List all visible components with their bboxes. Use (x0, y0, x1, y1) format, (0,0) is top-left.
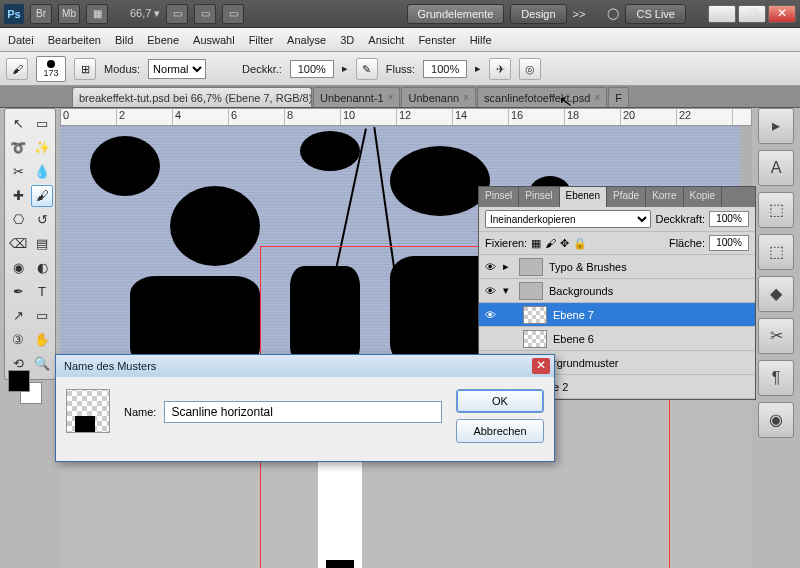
brush-tool[interactable]: 🖌 (31, 185, 53, 207)
move-tool[interactable]: ↖ (7, 113, 29, 135)
foreground-color-swatch[interactable] (8, 370, 30, 392)
layer-group[interactable]: 👁 ▾ Backgrounds (479, 279, 755, 303)
panel-tab-korrekt[interactable]: Korre (646, 187, 683, 207)
doc-tab-3[interactable]: scanlinefotoeffekt.psd× (477, 87, 607, 107)
dock-actions-icon[interactable]: ✂ (758, 318, 794, 354)
opacity-pressure-toggle[interactable]: ✎ (356, 58, 378, 80)
menu-auswahl[interactable]: Auswahl (193, 34, 235, 46)
menu-bild[interactable]: Bild (115, 34, 133, 46)
panel-tab-pinsel[interactable]: Pinsel (479, 187, 519, 207)
menu-analyse[interactable]: Analyse (287, 34, 326, 46)
view-mode-button-2[interactable]: ▭ (194, 4, 216, 24)
stamp-tool[interactable]: ⎔ (7, 209, 29, 231)
screen-mode-button[interactable]: ▭ (222, 4, 244, 24)
dock-char-icon[interactable]: A (758, 150, 794, 186)
layer-name[interactable]: Typo & Brushes (549, 261, 627, 273)
visibility-icon[interactable]: 👁 (483, 285, 497, 297)
menu-ansicht[interactable]: Ansicht (368, 34, 404, 46)
workspace-more[interactable]: >> (573, 8, 586, 20)
menu-fenster[interactable]: Fenster (418, 34, 455, 46)
ok-button[interactable]: OK (456, 389, 544, 413)
cslive-button[interactable]: CS Live (625, 4, 686, 24)
menu-ebene[interactable]: Ebene (147, 34, 179, 46)
dock-expand-icon[interactable]: ▸ (758, 108, 794, 144)
history-brush-tool[interactable]: ↺ (31, 209, 53, 231)
doc-tab-4[interactable]: F (608, 87, 629, 107)
close-icon[interactable]: × (594, 92, 600, 103)
layer-row[interactable]: 👁 Ebene 7 (479, 303, 755, 327)
opacity-arrow-icon[interactable]: ▸ (342, 62, 348, 75)
menu-3d[interactable]: 3D (340, 34, 354, 46)
doc-tab-0[interactable]: breakeffekt-tut.psd bei 66,7% (Ebene 7, … (72, 87, 312, 107)
dialog-close-button[interactable]: ✕ (532, 358, 550, 374)
cancel-button[interactable]: Abbrechen (456, 419, 544, 443)
pattern-name-input[interactable] (164, 401, 442, 423)
workspace-design-button[interactable]: Design (510, 4, 566, 24)
dialog-titlebar[interactable]: Name des Musters ✕ (56, 355, 554, 377)
dock-paragraph-icon[interactable]: ¶ (758, 360, 794, 396)
close-button[interactable]: ✕ (768, 5, 796, 23)
view-extras-button[interactable]: ▦ (86, 4, 108, 24)
lock-transparency-icon[interactable]: ▦ (531, 237, 541, 250)
close-icon[interactable]: × (388, 92, 394, 103)
dodge-tool[interactable]: ◐ (31, 257, 53, 279)
layer-group[interactable]: 👁 ▸ Typo & Brushes (479, 255, 755, 279)
airbrush-toggle[interactable]: ✈ (489, 58, 511, 80)
layer-name[interactable]: Ebene 7 (553, 309, 594, 321)
layer-row[interactable]: Ebene 6 (479, 327, 755, 351)
lock-pixels-icon[interactable]: 🖌 (545, 237, 556, 249)
close-icon[interactable]: × (463, 92, 469, 103)
dock-styles-icon[interactable]: ⬚ (758, 234, 794, 270)
gradient-tool[interactable]: ▤ (31, 233, 53, 255)
lasso-tool[interactable]: ➰ (7, 137, 29, 159)
panel-tab-pinsel2[interactable]: Pinsel (519, 187, 559, 207)
zoom-readout[interactable]: 66,7 ▾ (130, 7, 160, 20)
layer-name[interactable]: e 2 (553, 381, 568, 393)
eyedropper-tool[interactable]: 💧 (31, 161, 53, 183)
layer-opacity-input[interactable]: 100% (709, 211, 749, 227)
panel-tab-pfade[interactable]: Pfade (607, 187, 646, 207)
flow-arrow-icon[interactable]: ▸ (475, 62, 481, 75)
eraser-tool[interactable]: ⌫ (7, 233, 29, 255)
flow-input[interactable]: 100% (423, 60, 467, 78)
color-swatches[interactable] (8, 370, 44, 406)
shape-tool[interactable]: ▭ (31, 305, 53, 327)
layer-name[interactable]: Ebene 6 (553, 333, 594, 345)
lock-all-icon[interactable]: 🔒 (573, 237, 587, 250)
panel-tab-kopie[interactable]: Kopie (684, 187, 723, 207)
doc-tab-2[interactable]: Unbenann× (401, 87, 476, 107)
lock-position-icon[interactable]: ✥ (560, 237, 569, 250)
disclosure-icon[interactable]: ▸ (503, 260, 513, 273)
type-tool[interactable]: T (31, 281, 53, 303)
pen-tool[interactable]: ✒ (7, 281, 29, 303)
workspace-active-button[interactable]: Grundelemente (407, 4, 505, 24)
dock-nav-icon[interactable]: ◆ (758, 276, 794, 312)
maximize-button[interactable]: ▢ (738, 5, 766, 23)
wand-tool[interactable]: ✨ (31, 137, 53, 159)
menu-bearbeiten[interactable]: Bearbeiten (48, 34, 101, 46)
path-tool[interactable]: ↗ (7, 305, 29, 327)
fill-input[interactable]: 100% (709, 235, 749, 251)
crop-tool[interactable]: ✂ (7, 161, 29, 183)
dock-info-icon[interactable]: ◉ (758, 402, 794, 438)
blur-tool[interactable]: ◉ (7, 257, 29, 279)
minibridge-button[interactable]: Mb (58, 4, 80, 24)
bridge-button[interactable]: Br (30, 4, 52, 24)
layer-name[interactable]: Backgrounds (549, 285, 613, 297)
visibility-icon[interactable]: 👁 (483, 309, 497, 321)
brush-preset-picker[interactable]: 173 (36, 56, 66, 82)
blend-mode-select[interactable]: Normal (148, 59, 206, 79)
hand-tool[interactable]: ✋ (31, 329, 53, 351)
marquee-tool[interactable]: ▭ (31, 113, 53, 135)
opacity-input[interactable]: 100% (290, 60, 334, 78)
panel-tab-ebenen[interactable]: Ebenen (560, 187, 607, 207)
layer-name[interactable]: rgrundmuster (553, 357, 618, 369)
view-mode-button-1[interactable]: ▭ (166, 4, 188, 24)
menu-filter[interactable]: Filter (249, 34, 273, 46)
heal-tool[interactable]: ✚ (7, 185, 29, 207)
doc-tab-1[interactable]: Unbenannt-1× (313, 87, 400, 107)
visibility-icon[interactable]: 👁 (483, 261, 497, 273)
menu-datei[interactable]: Datei (8, 34, 34, 46)
dock-swatches-icon[interactable]: ⬚ (758, 192, 794, 228)
minimize-button[interactable]: — (708, 5, 736, 23)
